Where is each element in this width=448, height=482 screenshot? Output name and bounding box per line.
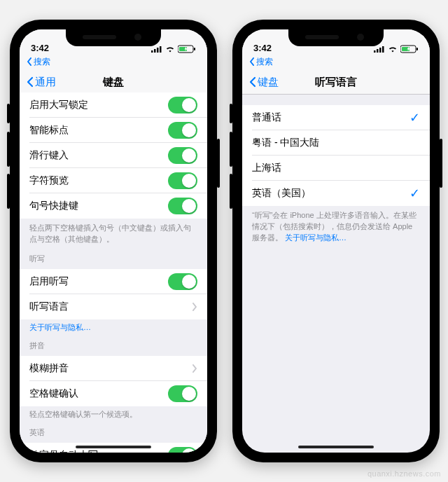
home-indicator[interactable] <box>76 446 151 448</box>
row-label: 普通话 <box>252 111 281 124</box>
side-button <box>217 139 220 188</box>
nav-back-label: 键盘 <box>258 76 279 89</box>
row-label: 句号快捷键 <box>29 200 78 212</box>
volume-down-button <box>7 174 10 209</box>
switch-enable-dictation[interactable] <box>168 273 197 290</box>
nav-bar: 通用 键盘 <box>20 70 207 95</box>
chevron-right-icon <box>192 303 197 311</box>
row-label: 粤语 - 中国大陆 <box>252 137 319 149</box>
svg-rect-1 <box>154 49 156 53</box>
watermark: quanxi.hznews.com <box>368 469 441 478</box>
row-caps-lock[interactable]: 启用大写锁定 <box>20 92 207 118</box>
row-label: 智能标点 <box>29 124 69 137</box>
svg-rect-8 <box>377 49 379 53</box>
svg-rect-2 <box>157 48 159 53</box>
row-label: 启用听写 <box>29 275 69 288</box>
row-slide-to-type[interactable]: 滑行键入 <box>20 143 207 168</box>
side-button <box>440 139 442 188</box>
group1-footer: 轻点两下空格键插入句号（中文键盘）或插入句点与空格（其他键盘）。 <box>20 219 207 249</box>
svg-rect-0 <box>151 50 153 53</box>
svg-rect-9 <box>379 48 382 53</box>
nav-back-button[interactable]: 通用 <box>27 76 56 89</box>
checkmark-icon: ✓ <box>410 111 420 124</box>
row-label: 听写语言 <box>29 301 69 313</box>
keyboard-general-group: 启用大写锁定 智能标点 滑行键入 字符预览 <box>20 92 207 219</box>
home-indicator[interactable] <box>298 446 374 448</box>
row-lang-english-us[interactable]: 英语（美国） ✓ <box>242 181 430 206</box>
screen-left: 3:42 搜索 通用 键盘 <box>20 29 207 453</box>
switch-auto-capitalize[interactable] <box>168 447 197 453</box>
row-lang-cantonese[interactable]: 粤语 - 中国大陆 <box>242 130 430 156</box>
row-dictation-languages[interactable]: 听写语言 <box>20 294 207 319</box>
chevron-left-icon <box>27 76 34 88</box>
nav-bar: 键盘 听写语言 <box>242 70 430 95</box>
settings-content-right[interactable]: 普通话 ✓ 粤语 - 中国大陆 上海话 英语（美国） ✓ “听写 <box>242 92 430 453</box>
device-frame-left: 3:42 搜索 通用 键盘 <box>10 20 217 462</box>
row-enable-dictation[interactable]: 启用听写 <box>20 269 207 294</box>
languages-footer: “听写”会在 iPhone 上处理许多语音输入。在某些情况下（包括搜索时），信息… <box>242 206 430 248</box>
status-time: 3:42 <box>31 43 49 53</box>
dictation-group: 启用听写 听写语言 <box>20 269 207 319</box>
row-label: 首字母自动大写 <box>29 449 98 453</box>
search-shortcut[interactable]: 搜索 <box>20 55 207 70</box>
row-period-shortcut[interactable]: 句号快捷键 <box>20 193 207 219</box>
row-char-preview[interactable]: 字符预览 <box>20 168 207 193</box>
pinyin-footer: 轻点空格键确认第一个候选项。 <box>20 406 207 423</box>
search-shortcut[interactable]: 搜索 <box>242 55 430 70</box>
search-label: 搜索 <box>34 56 50 68</box>
chevron-right-icon <box>192 364 197 373</box>
volume-down-button <box>230 174 232 209</box>
row-label: 英语（美国） <box>252 187 311 200</box>
status-time: 3:42 <box>253 43 272 53</box>
pinyin-group: 模糊拼音 空格键确认 <box>20 356 207 406</box>
switch-caps-lock[interactable] <box>168 97 197 113</box>
row-label: 启用大写锁定 <box>29 99 88 111</box>
row-label: 滑行键入 <box>29 149 69 162</box>
section-header-pinyin: 拼音 <box>20 336 207 356</box>
row-lang-mandarin[interactable]: 普通话 ✓ <box>242 105 430 130</box>
row-label: 上海话 <box>252 162 281 174</box>
nav-back-button[interactable]: 键盘 <box>249 76 279 89</box>
chevron-left-icon <box>249 57 255 66</box>
notch <box>66 29 161 46</box>
volume-up-button <box>230 132 232 167</box>
dictation-privacy-link[interactable]: 关于听写与隐私… <box>285 233 346 242</box>
section-header-english: 英语 <box>20 423 207 443</box>
chevron-left-icon <box>249 76 256 88</box>
wifi-icon <box>165 46 175 53</box>
device-frame-right: 3:42 搜索 键盘 听写语言 <box>232 20 440 462</box>
row-space-confirm[interactable]: 空格键确认 <box>20 381 207 406</box>
switch-period-shortcut[interactable] <box>168 198 197 214</box>
row-label: 模糊拼音 <box>29 362 69 375</box>
wifi-icon <box>388 46 398 53</box>
battery-icon <box>178 45 196 53</box>
svg-rect-10 <box>382 46 384 53</box>
dictation-privacy-link[interactable]: 关于听写与隐私… <box>20 319 207 336</box>
languages-group: 普通话 ✓ 粤语 - 中国大陆 上海话 英语（美国） ✓ <box>242 105 430 206</box>
row-fuzzy-pinyin[interactable]: 模糊拼音 <box>20 356 207 381</box>
row-label: 空格键确认 <box>29 387 78 400</box>
notch <box>288 29 384 46</box>
row-label: 字符预览 <box>29 174 69 187</box>
battery-icon <box>400 45 419 53</box>
signal-icon <box>374 46 385 53</box>
spacer <box>242 92 430 105</box>
settings-content-left[interactable]: 启用大写锁定 智能标点 滑行键入 字符预览 <box>20 92 207 453</box>
switch-slide-to-type[interactable] <box>168 147 197 164</box>
checkmark-icon: ✓ <box>410 187 420 200</box>
mute-switch <box>7 104 10 123</box>
row-lang-shanghainese[interactable]: 上海话 <box>242 156 430 181</box>
switch-smart-punctuation[interactable] <box>168 122 197 139</box>
signal-icon <box>151 46 162 53</box>
switch-space-confirm[interactable] <box>168 385 197 402</box>
mute-switch <box>230 104 232 123</box>
nav-back-label: 通用 <box>35 76 56 89</box>
section-header-dictation: 听写 <box>20 249 207 269</box>
search-label: 搜索 <box>256 56 273 68</box>
volume-up-button <box>7 132 10 167</box>
svg-rect-6 <box>194 48 195 50</box>
row-smart-punctuation[interactable]: 智能标点 <box>20 118 207 143</box>
svg-rect-7 <box>374 50 376 53</box>
svg-rect-3 <box>160 46 162 53</box>
switch-char-preview[interactable] <box>168 172 197 189</box>
